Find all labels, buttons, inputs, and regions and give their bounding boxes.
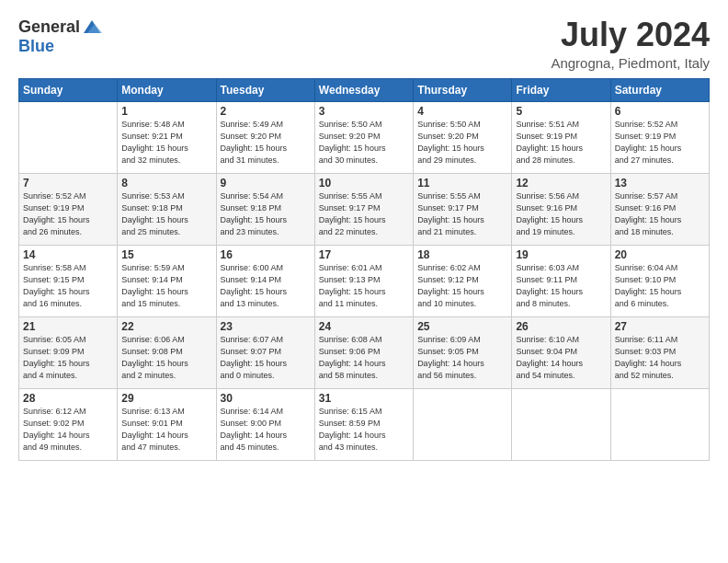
day-info: Sunrise: 6:13 AM Sunset: 9:01 PM Dayligh…: [121, 406, 211, 454]
day-info: Sunrise: 6:05 AM Sunset: 9:09 PM Dayligh…: [23, 334, 113, 382]
day-info: Sunrise: 5:58 AM Sunset: 9:15 PM Dayligh…: [23, 262, 113, 310]
table-row: 22Sunrise: 6:06 AM Sunset: 9:08 PM Dayli…: [118, 316, 216, 388]
table-row: 3Sunrise: 5:50 AM Sunset: 9:20 PM Daylig…: [314, 101, 413, 173]
day-number: 29: [121, 392, 211, 405]
table-row: 14Sunrise: 5:58 AM Sunset: 9:15 PM Dayli…: [19, 245, 118, 316]
header-monday: Monday: [118, 78, 216, 101]
day-info: Sunrise: 5:54 AM Sunset: 9:18 PM Dayligh…: [221, 190, 311, 238]
day-number: 23: [221, 320, 311, 333]
table-row: 15Sunrise: 5:59 AM Sunset: 9:14 PM Dayli…: [118, 245, 216, 316]
day-info: Sunrise: 6:06 AM Sunset: 9:08 PM Dayligh…: [121, 334, 211, 382]
day-info: Sunrise: 6:15 AM Sunset: 8:59 PM Dayligh…: [319, 406, 409, 454]
day-number: 13: [615, 177, 705, 190]
table-row: [19, 101, 118, 173]
day-number: 7: [23, 177, 113, 190]
table-row: 18Sunrise: 6:02 AM Sunset: 9:12 PM Dayli…: [414, 245, 512, 316]
day-number: 4: [417, 105, 507, 118]
calendar-week-row: 1Sunrise: 5:48 AM Sunset: 9:21 PM Daylig…: [19, 101, 710, 173]
day-info: Sunrise: 5:52 AM Sunset: 9:19 PM Dayligh…: [23, 190, 113, 238]
day-info: Sunrise: 6:04 AM Sunset: 9:10 PM Dayligh…: [615, 262, 705, 310]
day-number: 30: [221, 392, 311, 405]
day-info: Sunrise: 6:14 AM Sunset: 9:00 PM Dayligh…: [221, 406, 311, 454]
day-info: Sunrise: 5:57 AM Sunset: 9:16 PM Dayligh…: [615, 190, 705, 238]
day-info: Sunrise: 6:10 AM Sunset: 9:04 PM Dayligh…: [516, 334, 606, 382]
table-row: [414, 388, 512, 460]
day-info: Sunrise: 6:00 AM Sunset: 9:14 PM Dayligh…: [221, 262, 311, 310]
day-info: Sunrise: 5:55 AM Sunset: 9:17 PM Dayligh…: [417, 190, 507, 238]
day-info: Sunrise: 5:51 AM Sunset: 9:19 PM Dayligh…: [516, 119, 606, 167]
table-row: 12Sunrise: 5:56 AM Sunset: 9:16 PM Dayli…: [512, 173, 610, 245]
table-row: 6Sunrise: 5:52 AM Sunset: 9:19 PM Daylig…: [610, 101, 709, 173]
day-info: Sunrise: 6:03 AM Sunset: 9:11 PM Dayligh…: [516, 262, 606, 310]
logo-blue-text: Blue: [18, 37, 54, 56]
logo-general-text: General: [18, 17, 80, 37]
header-tuesday: Tuesday: [216, 78, 314, 101]
day-info: Sunrise: 5:52 AM Sunset: 9:19 PM Dayligh…: [615, 119, 705, 167]
day-number: 10: [319, 177, 409, 190]
calendar-page: General Blue July 2024 Angrogna, Piedmon…: [0, 0, 728, 563]
day-info: Sunrise: 6:12 AM Sunset: 9:02 PM Dayligh…: [23, 406, 113, 454]
day-number: 26: [516, 320, 606, 333]
day-info: Sunrise: 6:07 AM Sunset: 9:07 PM Dayligh…: [221, 334, 311, 382]
table-row: 30Sunrise: 6:14 AM Sunset: 9:00 PM Dayli…: [216, 388, 314, 460]
table-row: 26Sunrise: 6:10 AM Sunset: 9:04 PM Dayli…: [512, 316, 610, 388]
logo-icon: [82, 17, 102, 37]
day-number: 22: [121, 320, 211, 333]
day-number: 19: [516, 248, 606, 261]
table-row: 23Sunrise: 6:07 AM Sunset: 9:07 PM Dayli…: [216, 316, 314, 388]
table-row: 25Sunrise: 6:09 AM Sunset: 9:05 PM Dayli…: [414, 316, 512, 388]
table-row: 28Sunrise: 6:12 AM Sunset: 9:02 PM Dayli…: [19, 388, 118, 460]
day-info: Sunrise: 5:49 AM Sunset: 9:20 PM Dayligh…: [221, 119, 311, 167]
day-number: 28: [23, 392, 113, 405]
table-row: 7Sunrise: 5:52 AM Sunset: 9:19 PM Daylig…: [19, 173, 118, 245]
table-row: 27Sunrise: 6:11 AM Sunset: 9:03 PM Dayli…: [610, 316, 709, 388]
day-info: Sunrise: 6:11 AM Sunset: 9:03 PM Dayligh…: [615, 334, 705, 382]
day-number: 5: [516, 105, 606, 118]
calendar-week-row: 14Sunrise: 5:58 AM Sunset: 9:15 PM Dayli…: [19, 245, 710, 316]
day-number: 9: [221, 177, 311, 190]
day-number: 31: [319, 392, 409, 405]
table-row: 8Sunrise: 5:53 AM Sunset: 9:18 PM Daylig…: [118, 173, 216, 245]
day-info: Sunrise: 5:48 AM Sunset: 9:21 PM Dayligh…: [121, 119, 211, 167]
day-number: 27: [615, 320, 705, 333]
table-row: 29Sunrise: 6:13 AM Sunset: 9:01 PM Dayli…: [118, 388, 216, 460]
table-row: 31Sunrise: 6:15 AM Sunset: 8:59 PM Dayli…: [314, 388, 413, 460]
day-info: Sunrise: 6:02 AM Sunset: 9:12 PM Dayligh…: [417, 262, 507, 310]
header-row: Sunday Monday Tuesday Wednesday Thursday…: [19, 78, 710, 101]
header-saturday: Saturday: [610, 78, 709, 101]
day-info: Sunrise: 5:53 AM Sunset: 9:18 PM Dayligh…: [121, 190, 211, 238]
header: General Blue July 2024 Angrogna, Piedmon…: [18, 17, 710, 71]
header-sunday: Sunday: [19, 78, 118, 101]
day-number: 11: [417, 177, 507, 190]
day-info: Sunrise: 6:08 AM Sunset: 9:06 PM Dayligh…: [319, 334, 409, 382]
table-row: 24Sunrise: 6:08 AM Sunset: 9:06 PM Dayli…: [314, 316, 413, 388]
day-number: 12: [516, 177, 606, 190]
day-number: 20: [615, 248, 705, 261]
table-row: 13Sunrise: 5:57 AM Sunset: 9:16 PM Dayli…: [610, 173, 709, 245]
day-info: Sunrise: 5:56 AM Sunset: 9:16 PM Dayligh…: [516, 190, 606, 238]
day-info: Sunrise: 5:50 AM Sunset: 9:20 PM Dayligh…: [319, 119, 409, 167]
day-number: 14: [23, 248, 113, 261]
logo: General Blue: [18, 17, 102, 56]
day-number: 16: [221, 248, 311, 261]
calendar-title: July 2024: [551, 17, 710, 53]
day-number: 1: [121, 105, 211, 118]
day-number: 8: [121, 177, 211, 190]
header-thursday: Thursday: [414, 78, 512, 101]
header-wednesday: Wednesday: [314, 78, 413, 101]
day-number: 17: [319, 248, 409, 261]
table-row: 20Sunrise: 6:04 AM Sunset: 9:10 PM Dayli…: [610, 245, 709, 316]
table-row: 17Sunrise: 6:01 AM Sunset: 9:13 PM Dayli…: [314, 245, 413, 316]
table-row: [610, 388, 709, 460]
table-row: 2Sunrise: 5:49 AM Sunset: 9:20 PM Daylig…: [216, 101, 314, 173]
day-info: Sunrise: 6:01 AM Sunset: 9:13 PM Dayligh…: [319, 262, 409, 310]
header-friday: Friday: [512, 78, 610, 101]
day-number: 24: [319, 320, 409, 333]
table-row: 1Sunrise: 5:48 AM Sunset: 9:21 PM Daylig…: [118, 101, 216, 173]
day-info: Sunrise: 5:50 AM Sunset: 9:20 PM Dayligh…: [417, 119, 507, 167]
table-row: 9Sunrise: 5:54 AM Sunset: 9:18 PM Daylig…: [216, 173, 314, 245]
table-row: 10Sunrise: 5:55 AM Sunset: 9:17 PM Dayli…: [314, 173, 413, 245]
day-info: Sunrise: 5:59 AM Sunset: 9:14 PM Dayligh…: [121, 262, 211, 310]
day-number: 6: [615, 105, 705, 118]
day-info: Sunrise: 5:55 AM Sunset: 9:17 PM Dayligh…: [319, 190, 409, 238]
